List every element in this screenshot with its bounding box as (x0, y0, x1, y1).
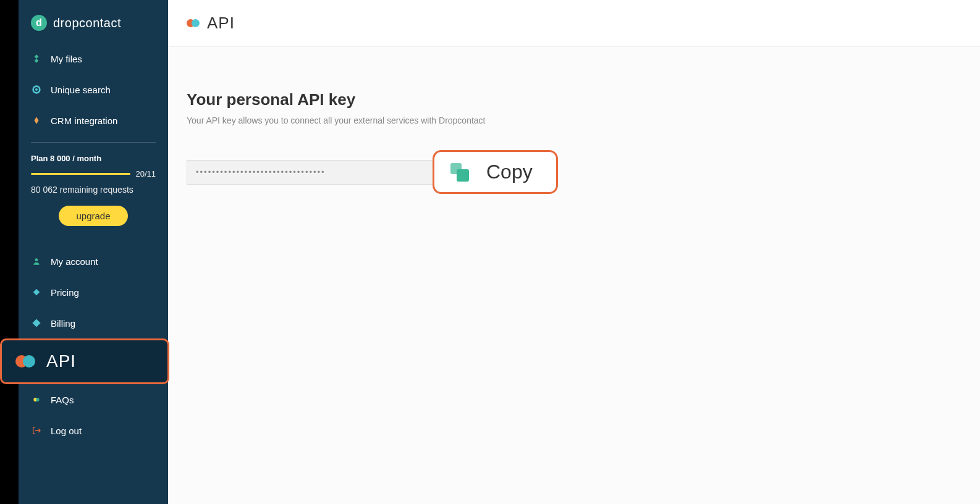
sidebar-item-label: My files (51, 54, 82, 64)
sidebar-item-label: Billing (51, 318, 75, 329)
sidebar-item-label: FAQs (51, 395, 74, 405)
sidebar-item-faqs[interactable]: FAQs (19, 384, 168, 415)
api-key-input[interactable] (187, 160, 434, 185)
svg-point-5 (36, 398, 40, 401)
page-title: API (207, 14, 235, 33)
plan-remaining: 80 062 remaining requests (31, 185, 156, 195)
sidebar-item-pricing[interactable]: Pricing (19, 277, 168, 308)
svg-point-1 (35, 88, 38, 91)
plan-date: 20/11 (135, 169, 156, 178)
upgrade-button[interactable]: upgrade (59, 206, 127, 226)
sidebar: d dropcontact My files Unique search CRM… (19, 0, 168, 504)
sidebar-item-label: My account (51, 256, 98, 267)
sidebar-item-billing[interactable]: Billing (19, 308, 168, 338)
sidebar-item-api[interactable]: API (0, 338, 169, 384)
billing-icon (31, 317, 42, 329)
copy-button[interactable]: Copy (433, 150, 558, 194)
svg-rect-3 (32, 319, 40, 327)
sidebar-item-label: Log out (51, 426, 82, 436)
sidebar-item-label: API (46, 351, 76, 371)
logout-icon (31, 425, 42, 436)
sidebar-item-uniquesearch[interactable]: Unique search (19, 74, 168, 105)
crm-icon (31, 115, 42, 126)
copy-icon (450, 163, 469, 182)
user-icon (31, 256, 42, 267)
api-icon (15, 355, 35, 368)
target-icon (31, 84, 42, 95)
plan-box: Plan 8 000 / month 20/11 80 062 remainin… (19, 143, 168, 233)
svg-point-2 (35, 258, 38, 261)
brand-text: dropcontact (53, 16, 121, 30)
section-title: Your personal API key (187, 90, 961, 109)
sidebar-item-myfiles[interactable]: My files (19, 43, 168, 74)
plan-progress-bar (31, 173, 130, 175)
faqs-icon (31, 394, 42, 405)
copy-label: Copy (486, 161, 533, 183)
sidebar-item-logout[interactable]: Log out (19, 415, 168, 446)
sidebar-item-crm[interactable]: CRM integration (19, 105, 168, 136)
api-key-row: Copy (187, 150, 961, 194)
files-icon (31, 53, 42, 64)
brand-logo[interactable]: d dropcontact (19, 0, 168, 43)
logo-icon: d (31, 15, 47, 31)
content: Your personal API key Your API key allow… (168, 47, 980, 504)
sidebar-item-label: CRM integration (51, 116, 117, 126)
pricing-icon (31, 287, 42, 298)
sidebar-item-label: Pricing (51, 287, 79, 298)
plan-title: Plan 8 000 / month (31, 154, 156, 163)
main-header: API (168, 0, 980, 47)
sidebar-item-myaccount[interactable]: My account (19, 246, 168, 277)
section-subtitle: Your API key allows you to connect all y… (187, 116, 961, 125)
sidebar-item-label: Unique search (51, 85, 111, 95)
api-header-icon (187, 19, 200, 27)
main: API Your personal API key Your API key a… (168, 0, 980, 504)
